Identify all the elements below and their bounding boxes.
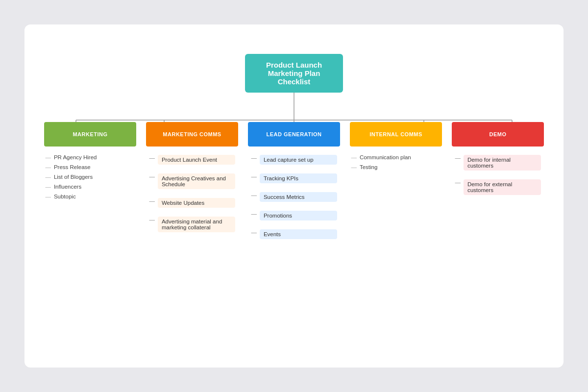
root-node: Product Launch Marketing Plan Checklist [245, 54, 343, 93]
list-item: Website Updates [146, 196, 238, 212]
list-item: Subtopic [44, 192, 136, 201]
root-label: Product Launch Marketing Plan Checklist [266, 61, 322, 86]
list-item: Tracking KPIs [248, 171, 340, 188]
branch-demo: DEMO Demo for internal customers Demo fo… [452, 122, 543, 245]
branch-marketing: MARKETING PR Agency Hired Press Release … [44, 122, 136, 245]
mind-map-canvas: Product Launch Marketing Plan Checklist … [24, 24, 564, 368]
category-marketing-comms: MARKETING COMMS [146, 122, 238, 147]
list-item: Advertising Creatives and Schedule [146, 171, 238, 194]
list-item: Communication plan [350, 152, 441, 162]
list-item: Advertising material and marketing colla… [146, 214, 238, 237]
internal-comms-items: Communication plan Testing [350, 152, 441, 172]
list-item: Influencers [44, 182, 136, 192]
list-item: Promotions [248, 208, 340, 225]
list-item: Press Release [44, 162, 136, 172]
branch-lead-generation: LEAD GENERATION Lead capture set up Trac… [248, 122, 340, 245]
list-item: PR Agency Hired [44, 152, 136, 162]
category-internal-comms: INTERNAL COMMS [350, 122, 441, 147]
list-item: Events [248, 227, 340, 244]
lead-gen-items: Lead capture set up Tracking KPIs Succes… [248, 152, 340, 245]
list-item: Testing [350, 162, 441, 172]
marketing-items: PR Agency Hired Press Release List of Bl… [44, 152, 136, 201]
branch-internal-comms: INTERNAL COMMS Communication plan Testin… [350, 122, 441, 245]
list-item: Lead capture set up [248, 152, 340, 169]
branches-container: MARKETING PR Agency Hired Press Release … [24, 122, 564, 245]
category-lead-generation: LEAD GENERATION [248, 122, 340, 147]
demo-items: Demo for internal customers Demo for ext… [452, 152, 543, 201]
marketing-comms-items: Product Launch Event Advertising Creativ… [146, 152, 238, 239]
list-item: Product Launch Event [146, 152, 238, 169]
branch-marketing-comms: MARKETING COMMS Product Launch Event Adv… [146, 122, 238, 245]
list-item: List of Bloggers [44, 172, 136, 182]
category-marketing: MARKETING [44, 122, 136, 147]
list-item: Demo for external customers [452, 177, 543, 199]
category-demo: DEMO [452, 122, 543, 147]
list-item: Demo for internal customers [452, 152, 543, 175]
list-item: Success Metrics [248, 190, 340, 206]
